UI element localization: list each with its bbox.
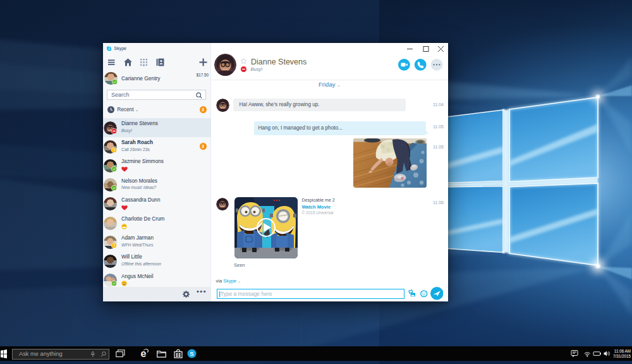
svg-text:e: e: [141, 348, 147, 359]
svg-text:S: S: [108, 47, 110, 50]
svg-text:S: S: [190, 350, 193, 357]
